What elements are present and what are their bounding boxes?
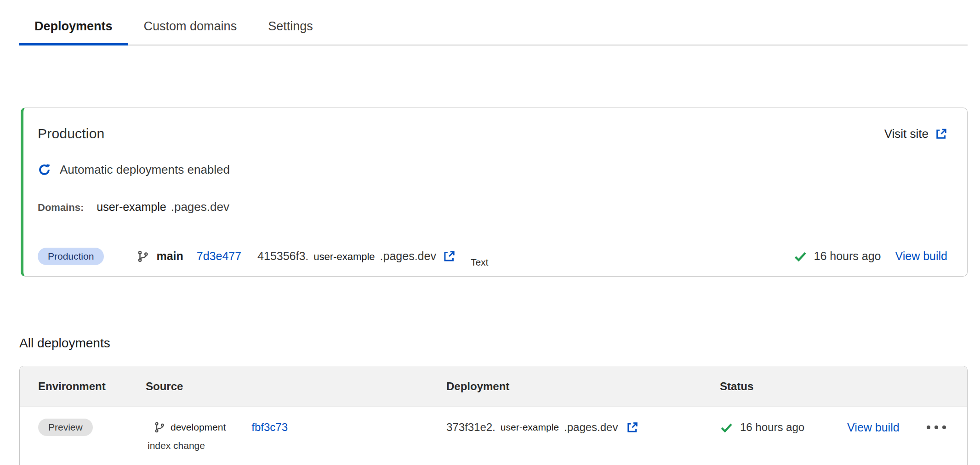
deployments-table: Environment Source Deployment Status Pre…	[19, 366, 968, 465]
auto-deployments-row: Automatic deployments enabled	[38, 163, 947, 177]
domains-row: Domains: user-example .pages.dev	[38, 200, 947, 214]
commit-message: index change	[148, 440, 446, 451]
branch-name: development	[171, 422, 226, 433]
deploy-time: 16 hours ago	[740, 421, 804, 434]
table-header: Environment Source Deployment Status	[20, 366, 967, 407]
environment-badge: Production	[38, 248, 104, 265]
domain-suffix: .pages.dev	[171, 200, 229, 214]
external-link-icon	[935, 128, 947, 140]
all-deployments-heading: All deployments	[19, 336, 968, 351]
text-annotation: Text	[471, 257, 489, 268]
commit-link[interactable]: fbf3c73	[251, 421, 288, 434]
production-card: Production Visit site Automat	[21, 108, 968, 277]
commit-link[interactable]: 7d3e477	[197, 250, 241, 263]
git-branch-icon	[137, 250, 149, 262]
domains-label: Domains:	[38, 202, 84, 214]
branch-name: main	[156, 250, 183, 263]
check-icon	[793, 250, 807, 263]
deployment-url-name: user-example	[501, 422, 559, 433]
external-link-icon[interactable]	[626, 421, 638, 434]
tab-settings[interactable]: Settings	[252, 19, 329, 45]
table-row: Preview development fbf3c73 index change	[20, 407, 967, 465]
production-title: Production	[38, 126, 104, 142]
domain-name: user-example	[97, 200, 166, 214]
external-link-icon[interactable]	[443, 250, 456, 263]
deployment-url: 415356f3. user-example .pages.dev	[257, 250, 436, 263]
deployment-url-suffix: .pages.dev	[564, 421, 618, 434]
tab-deployments[interactable]: Deployments	[19, 19, 128, 45]
visit-site-label: Visit site	[884, 127, 929, 141]
column-header-environment: Environment	[38, 380, 146, 393]
git-branch-icon	[154, 422, 165, 433]
column-header-source: Source	[146, 380, 446, 393]
deployment-url-prefix: 373f31e2.	[446, 421, 496, 434]
view-build-link[interactable]: View build	[847, 421, 900, 434]
visit-site-link[interactable]: Visit site	[884, 127, 947, 141]
view-build-link[interactable]: View build	[895, 250, 947, 263]
deploy-time: 16 hours ago	[814, 250, 881, 263]
production-deployment-row: Production main 7d3e477 415356f3. user-e…	[23, 236, 967, 276]
check-icon	[720, 421, 733, 434]
more-options-button[interactable]	[927, 422, 946, 433]
column-header-deployment: Deployment	[446, 380, 720, 393]
tab-bar: Deployments Custom domains Settings	[19, 0, 968, 45]
refresh-icon	[38, 163, 51, 176]
column-header-status: Status	[720, 380, 967, 393]
auto-deployments-text: Automatic deployments enabled	[60, 163, 230, 177]
environment-badge: Preview	[38, 419, 93, 436]
deployment-url-name: user-example	[313, 251, 375, 263]
deployment-url-prefix: 415356f3.	[257, 250, 308, 263]
deployment-url-suffix: .pages.dev	[380, 250, 436, 263]
tab-custom-domains[interactable]: Custom domains	[128, 19, 253, 45]
